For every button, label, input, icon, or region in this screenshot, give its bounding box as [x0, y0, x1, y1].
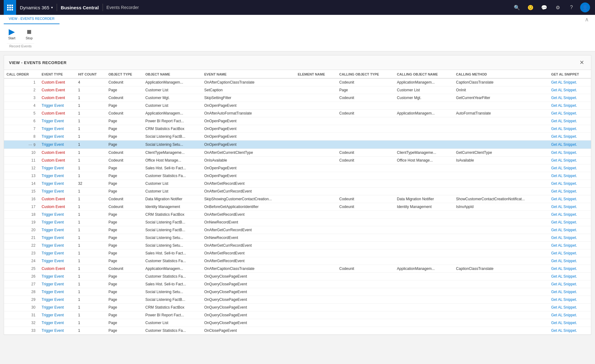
cell-get-al[interactable]: Get AL Snippet.: [549, 117, 591, 125]
cell-call-order: 32: [4, 319, 39, 327]
table-row[interactable]: 29Trigger Event1PageSocial Listening Fac…: [4, 296, 591, 304]
business-central-label[interactable]: Business Central: [57, 5, 103, 10]
cell-get-al[interactable]: Get AL Snippet.: [549, 94, 591, 102]
table-row[interactable]: 26Trigger Event1PageCustomer Statistics …: [4, 273, 591, 280]
cell-get-al[interactable]: Get AL Snippet.: [549, 188, 591, 195]
cell-calling-object-name: [394, 296, 454, 304]
cell-get-al[interactable]: Get AL Snippet.: [549, 249, 591, 257]
stop-button[interactable]: ■ Stop: [21, 26, 37, 41]
table-row[interactable]: 14Trigger Event32PageCustomer ListOnAfte…: [4, 180, 591, 188]
cell-event-type: Trigger Event: [39, 219, 76, 226]
smiley-icon[interactable]: 🙂: [524, 0, 537, 15]
cell-get-al[interactable]: Get AL Snippet.: [549, 172, 591, 180]
table-row[interactable]: 20Trigger Event1PageSocial Listening Fac…: [4, 226, 591, 234]
table-row[interactable]: 8Trigger Event1PageSocial Listening Fact…: [4, 133, 591, 141]
settings-icon[interactable]: ⚙: [552, 0, 564, 15]
table-row[interactable]: 4Trigger Event1PageCustomer ListOnOpenPa…: [4, 102, 591, 110]
search-icon[interactable]: 🔍: [511, 0, 523, 15]
cell-get-al[interactable]: Get AL Snippet.: [549, 288, 591, 296]
table-row[interactable]: 32Trigger Event1PageCustomer ListOnQuery…: [4, 319, 591, 327]
dynamics365-nav[interactable]: Dynamics 365 ▾: [16, 5, 57, 10]
table-row[interactable]: 5Custom Event1CodeunitApplicationManagem…: [4, 110, 591, 117]
table-row[interactable]: 12Trigger Event1PageSales Hist. Sell-to …: [4, 164, 591, 172]
cell-get-al[interactable]: Get AL Snippet.: [549, 211, 591, 219]
cell-get-al[interactable]: Get AL Snippet.: [549, 133, 591, 141]
col-object-name: OBJECT NAME: [143, 70, 202, 78]
cell-calling-method: [454, 226, 549, 234]
cell-get-al[interactable]: Get AL Snippet.: [549, 319, 591, 327]
table-row[interactable]: 10Custom Event1CodeunitClientTypeManagem…: [4, 149, 591, 157]
table-row[interactable]: 15Trigger Event1PageCustomer ListOnAfter…: [4, 188, 591, 195]
cell-get-al[interactable]: Get AL Snippet.: [549, 257, 591, 265]
table-row[interactable]: ···9Trigger Event1PageSocial Listening S…: [4, 141, 591, 149]
cell-element-name: [295, 226, 337, 234]
table-row[interactable]: 16Custom Event1CodeunitData Migration No…: [4, 195, 591, 203]
chat-icon[interactable]: 💬: [538, 0, 550, 15]
table-row[interactable]: 11Custom Event1CodeunitOffice Host Manag…: [4, 157, 591, 164]
cell-get-al[interactable]: Get AL Snippet.: [549, 180, 591, 188]
cell-get-al[interactable]: Get AL Snippet.: [549, 273, 591, 280]
cell-element-name: [295, 78, 337, 86]
cell-calling-object-name: [394, 304, 454, 311]
cell-get-al[interactable]: Get AL Snippet.: [549, 327, 591, 335]
table-row[interactable]: 18Trigger Event1PageCRM Statistics FactB…: [4, 211, 591, 219]
table-row[interactable]: 24Trigger Event1PageCustomer Statistics …: [4, 257, 591, 265]
cell-get-al[interactable]: Get AL Snippet.: [549, 78, 591, 86]
help-icon[interactable]: ?: [565, 0, 578, 15]
cell-call-order: 25: [4, 265, 39, 273]
table-row[interactable]: 2Custom Event1PageCustomer ListSetCaptio…: [4, 86, 591, 94]
cell-get-al[interactable]: Get AL Snippet.: [549, 234, 591, 242]
cell-hit-count: 1: [76, 110, 106, 117]
cell-get-al[interactable]: Get AL Snippet.: [549, 164, 591, 172]
cell-get-al[interactable]: Get AL Snippet.: [549, 141, 591, 149]
table-row[interactable]: 25Custom Event1CodeunitApplicationManage…: [4, 265, 591, 273]
cell-get-al[interactable]: Get AL Snippet.: [549, 311, 591, 319]
cell-get-al[interactable]: Get AL Snippet.: [549, 102, 591, 110]
table-row[interactable]: 7Trigger Event1PageCRM Statistics FactBo…: [4, 125, 591, 133]
cell-get-al[interactable]: Get AL Snippet.: [549, 304, 591, 311]
cell-calling-object-name: ApplicationManagem...: [394, 78, 454, 86]
table-row[interactable]: 30Trigger Event1PageCRM Statistics FactB…: [4, 304, 591, 311]
cell-get-al[interactable]: Get AL Snippet.: [549, 157, 591, 164]
cell-get-al[interactable]: Get AL Snippet.: [549, 265, 591, 273]
cell-calling-object-type: Codeunit: [337, 149, 394, 157]
cell-hit-count: 32: [76, 180, 106, 188]
table-row[interactable]: 31Trigger Event1PagePower BI Report Fact…: [4, 311, 591, 319]
cell-event-type: Custom Event: [39, 94, 76, 102]
table-row[interactable]: 3Custom Event1CodeunitCustomer Mgt.SkipS…: [4, 94, 591, 102]
table-row[interactable]: 13Trigger Event1PageCustomer Statistics …: [4, 172, 591, 180]
table-row[interactable]: 17Custom Event1CodeunitIdentity Manageme…: [4, 203, 591, 211]
table-row[interactable]: 27Trigger Event1PageSales Hist. Sell-to …: [4, 280, 591, 288]
table-row[interactable]: 33Trigger Event1PageCustomer Statistics …: [4, 327, 591, 335]
table-row[interactable]: 22Trigger Event1PageSocial Listening Set…: [4, 242, 591, 249]
cell-get-al[interactable]: Get AL Snippet.: [549, 195, 591, 203]
cell-get-al[interactable]: Get AL Snippet.: [549, 149, 591, 157]
cell-get-al[interactable]: Get AL Snippet.: [549, 226, 591, 234]
cell-calling-method: [454, 296, 549, 304]
cell-element-name: [295, 203, 337, 211]
close-button[interactable]: ✕: [578, 58, 586, 67]
table-row[interactable]: 19Trigger Event1PageSocial Listening Fac…: [4, 219, 591, 226]
cell-get-al[interactable]: Get AL Snippet.: [549, 219, 591, 226]
waffle-menu[interactable]: [4, 0, 16, 15]
table-row[interactable]: 28Trigger Event1PageSocial Listening Set…: [4, 288, 591, 296]
cell-get-al[interactable]: Get AL Snippet.: [549, 296, 591, 304]
cell-calling-method: OnInit: [454, 86, 549, 94]
start-button[interactable]: ▶ Start: [4, 26, 20, 41]
table-row[interactable]: 1Custom Event4CodeunitApplicationManagem…: [4, 78, 591, 86]
cell-get-al[interactable]: Get AL Snippet.: [549, 203, 591, 211]
cell-event-type: Trigger Event: [39, 180, 76, 188]
cell-get-al[interactable]: Get AL Snippet.: [549, 125, 591, 133]
cell-get-al[interactable]: Get AL Snippet.: [549, 280, 591, 288]
table-row[interactable]: 6Trigger Event1PagePower BI Report Fact.…: [4, 117, 591, 125]
table-row[interactable]: 21Trigger Event1PageSocial Listening Set…: [4, 234, 591, 242]
cell-get-al[interactable]: Get AL Snippet.: [549, 110, 591, 117]
user-icon[interactable]: 👤: [580, 2, 590, 12]
cell-get-al[interactable]: Get AL Snippet.: [549, 242, 591, 249]
ribbon-collapse-icon[interactable]: ∧: [582, 15, 591, 24]
row-dots-menu[interactable]: ···: [29, 142, 32, 147]
cell-get-al[interactable]: Get AL Snippet.: [549, 86, 591, 94]
tab-home[interactable]: VIEW - EVENTS RECORDER: [4, 15, 60, 24]
table-row[interactable]: 23Trigger Event1PageSales Hist. Sell-to …: [4, 249, 591, 257]
cell-event-name: OnOpenPageEvent: [202, 133, 295, 141]
